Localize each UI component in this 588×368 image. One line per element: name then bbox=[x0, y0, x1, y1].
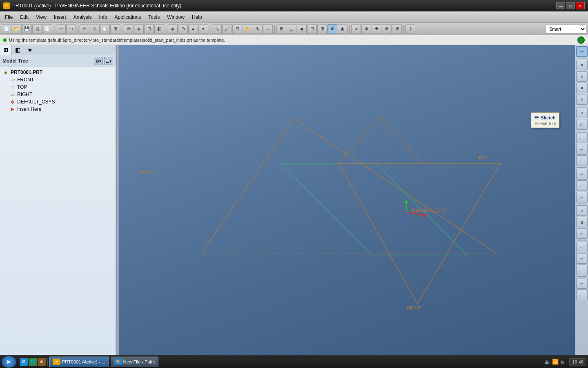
close-button[interactable]: ✕ bbox=[576, 2, 585, 9]
taskbar-proe-window[interactable]: P PRT0001 (Active) - ... bbox=[49, 357, 109, 367]
tree-item-right[interactable]: ▱ RIGHT bbox=[0, 91, 116, 98]
viewport[interactable]: FRONT TOP RIGHT DEFAULT_CSYS ✏ Sketch Sk… bbox=[119, 45, 575, 355]
rt-btn-7[interactable]: ⌐ bbox=[576, 132, 588, 143]
panel-tab-layers[interactable]: ◧ bbox=[12, 45, 24, 55]
tree-label-front: FRONT bbox=[17, 77, 34, 83]
rt-btn-6[interactable]: □ bbox=[576, 119, 588, 130]
rt-btn-2[interactable]: ✕ bbox=[576, 71, 588, 82]
menu-applications[interactable]: Applications bbox=[111, 13, 145, 22]
zoom-out-button[interactable]: 🔎 bbox=[222, 24, 232, 34]
new-button[interactable]: 📄 bbox=[2, 24, 11, 34]
status-dot bbox=[3, 38, 7, 42]
sphere-button[interactable]: ● bbox=[188, 24, 198, 34]
tool-btn3[interactable]: ✚ bbox=[372, 24, 381, 34]
rt-btn-5[interactable]: ↗ bbox=[576, 108, 588, 118]
menu-info[interactable]: Info bbox=[96, 13, 111, 22]
print-button[interactable]: 🖨 bbox=[32, 24, 42, 34]
maximize-button[interactable]: □ bbox=[566, 2, 575, 9]
tree-settings-button[interactable]: ⚙▾ bbox=[94, 57, 103, 65]
view-wire[interactable]: □ bbox=[287, 24, 296, 34]
rt-btn-19[interactable]: ⌐ bbox=[576, 278, 588, 289]
quicklaunch-icon-1[interactable]: 🖥 bbox=[20, 358, 28, 366]
datum-display[interactable]: ◉ bbox=[338, 24, 347, 34]
minimize-button[interactable]: — bbox=[556, 2, 565, 9]
menu-insert[interactable]: Insert bbox=[51, 13, 69, 22]
menu-window[interactable]: Window bbox=[164, 13, 188, 22]
menu-tools[interactable]: Tools bbox=[145, 13, 163, 22]
view-3d[interactable]: ⊞ bbox=[276, 24, 286, 34]
rotate-button[interactable]: ↻ bbox=[253, 24, 263, 34]
feature-button[interactable]: ◈ bbox=[134, 24, 144, 34]
quicklaunch-icon-3[interactable]: ✉ bbox=[38, 358, 46, 366]
rt-btn-16[interactable]: ⌐ bbox=[576, 242, 588, 252]
rt-btn-4[interactable]: ✕ bbox=[576, 94, 588, 105]
rt-btn-18[interactable]: ⌐ bbox=[576, 265, 588, 275]
rt-btn-14[interactable]: ⊕ bbox=[576, 217, 588, 227]
zoom-in-button[interactable]: 🔍 bbox=[212, 24, 222, 34]
system-clock[interactable]: 16:46 bbox=[569, 358, 586, 366]
panel-tab-extra[interactable]: ★ bbox=[24, 45, 36, 55]
redo-button[interactable]: ↪ bbox=[66, 24, 76, 34]
menu-view[interactable]: View bbox=[33, 13, 50, 22]
title-bar-left: P PRT0001 (Active) - Pro/ENGINEER School… bbox=[3, 2, 181, 9]
view-no-hidden[interactable]: ⊟ bbox=[307, 24, 317, 34]
param-button[interactable]: ⊡ bbox=[144, 24, 154, 34]
tree-item-front[interactable]: ▱ FRONT bbox=[0, 76, 116, 83]
save-button[interactable]: 💾 bbox=[22, 24, 32, 34]
menu-analysis[interactable]: Analysis bbox=[70, 13, 95, 22]
tool-btn5[interactable]: ⊠ bbox=[392, 24, 402, 34]
zoom-box[interactable]: ⊡ bbox=[232, 24, 242, 34]
rt-btn-17[interactable]: ⌐ bbox=[576, 253, 588, 264]
pan-button[interactable]: ✋ bbox=[243, 24, 252, 34]
rt-btn-3[interactable]: ✕ bbox=[576, 83, 588, 93]
csys-viewport-label: DEFAULT_CSYS bbox=[412, 208, 447, 213]
view-shade[interactable]: ■ bbox=[297, 24, 307, 34]
rt-sketch-btn[interactable]: ✏ bbox=[576, 46, 588, 57]
tree-item-top[interactable]: ▱ TOP bbox=[0, 83, 116, 91]
smart-select[interactable]: Smart bbox=[546, 25, 586, 34]
rt-btn-12[interactable]: ⌐ bbox=[576, 192, 588, 202]
select-all[interactable]: ⊞ bbox=[110, 24, 120, 34]
sketch-view[interactable]: ⊕ bbox=[327, 24, 337, 34]
menu-file[interactable]: File bbox=[2, 13, 16, 22]
regen-button[interactable]: ⟳ bbox=[124, 24, 134, 34]
tool-btn1[interactable]: ⊳ bbox=[351, 24, 361, 34]
layer-button[interactable]: ◧ bbox=[154, 24, 164, 34]
orient-button[interactable]: ⊕ bbox=[178, 24, 188, 34]
copy-button[interactable]: ⎘ bbox=[90, 24, 100, 34]
menu-help[interactable]: Help bbox=[189, 13, 205, 22]
taskbar-paint-window[interactable]: 🎨 New File - Paint bbox=[111, 357, 159, 367]
svg-line-3 bbox=[339, 117, 380, 164]
rt-btn-1[interactable]: ✕ bbox=[576, 60, 588, 70]
cut-button[interactable]: ✂ bbox=[80, 24, 89, 34]
tool-btn4[interactable]: ⊗ bbox=[382, 24, 392, 34]
open-button[interactable]: 📂 bbox=[12, 24, 22, 34]
view-named[interactable]: ◈ bbox=[168, 24, 178, 34]
start-button[interactable]: ▶ bbox=[2, 356, 16, 368]
rt-btn-8[interactable]: ⌐ bbox=[576, 144, 588, 155]
tool-btn2[interactable]: ⊕ bbox=[361, 24, 371, 34]
view-hidden[interactable]: ⊞ bbox=[317, 24, 327, 34]
tree-columns-button[interactable]: ☰▾ bbox=[104, 57, 113, 65]
menu-edit[interactable]: Edit bbox=[17, 13, 32, 22]
rt-btn-20[interactable]: ⌐ bbox=[576, 289, 588, 300]
tree-item-csys[interactable]: ✲ DEFAULT_CSYS bbox=[0, 98, 116, 105]
undo-button[interactable]: ↩ bbox=[56, 24, 66, 34]
title-bar-controls[interactable]: — □ ✕ bbox=[556, 2, 585, 9]
rt-btn-9[interactable]: ⌐ bbox=[576, 155, 588, 166]
rt-btn-11[interactable]: ⌐ bbox=[576, 180, 588, 191]
pdf-button[interactable]: 📑 bbox=[42, 24, 52, 34]
panel-tab-modeltree[interactable]: ⊞ bbox=[0, 45, 12, 55]
plane-icon-top: ▱ bbox=[9, 84, 16, 90]
rt-btn-13[interactable]: ↙ bbox=[576, 205, 588, 216]
display-dropdown[interactable]: ▾ bbox=[198, 24, 208, 34]
rt-btn-10[interactable]: ⌐ bbox=[576, 169, 588, 180]
dist-button[interactable]: ↔ bbox=[263, 24, 273, 34]
help-button[interactable]: ? bbox=[405, 24, 415, 34]
quicklaunch-icon-2[interactable]: 🌐 bbox=[29, 358, 37, 366]
tree-item-insert[interactable]: ➤ Insert Here bbox=[0, 105, 116, 113]
paste-button[interactable]: 📋 bbox=[100, 24, 110, 34]
tree-item-root[interactable]: ◈ PRT0001.PRT bbox=[0, 69, 116, 76]
rt-btn-15[interactable]: ⌐ bbox=[576, 228, 588, 239]
plane-label-top: TOP bbox=[478, 155, 487, 160]
